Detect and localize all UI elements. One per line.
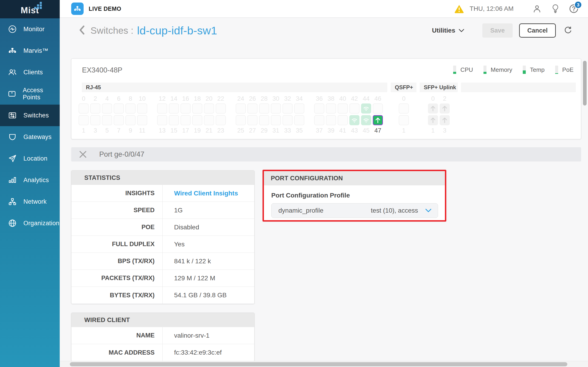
back-icon[interactable] — [78, 25, 86, 36]
utilities-menu[interactable]: Utilities — [432, 27, 464, 34]
port-ge-0/0-5[interactable] — [102, 115, 112, 125]
port-ge-0/0-22[interactable] — [216, 103, 226, 114]
port-ge-0/0-25[interactable] — [236, 115, 246, 125]
port-ge-0/0-12[interactable] — [157, 103, 167, 114]
port-ge-0/0-17[interactable] — [181, 115, 191, 125]
sidebar-item-access-points[interactable]: Access Points — [0, 83, 60, 105]
datetime: THU, 12:06 AM — [470, 5, 514, 12]
port-ge-0/0-10[interactable] — [137, 103, 147, 114]
port-ge-0/0-8[interactable] — [125, 103, 136, 114]
help-icon[interactable]: 3 — [569, 4, 579, 14]
row-label: FULL DUPLEX — [71, 236, 163, 252]
port-ge-0/0-14[interactable] — [169, 103, 179, 114]
port-ge-0/0-31[interactable] — [271, 115, 281, 125]
row-value[interactable]: Wired Client Insights — [163, 185, 254, 202]
refresh-icon[interactable] — [564, 26, 572, 35]
port-ge-0/0-28[interactable] — [259, 103, 269, 114]
breadcrumb[interactable]: Switches : — [90, 25, 133, 36]
sidebar-item-marvis[interactable]: Marvis™ — [0, 40, 60, 61]
port-ge-0/0-40[interactable] — [338, 103, 348, 114]
section-blank — [461, 83, 576, 92]
port-sfp-1[interactable] — [428, 115, 438, 125]
cancel-button[interactable]: Cancel — [519, 23, 556, 38]
port-ge-0/0-26[interactable] — [247, 103, 258, 114]
port-ge-0/0-6[interactable] — [114, 103, 124, 114]
sidebar-item-gateways[interactable]: Gateways — [0, 126, 60, 148]
warning-icon[interactable] — [454, 4, 464, 14]
monitor-icon — [7, 24, 17, 34]
port-ge-0/0-7[interactable] — [114, 115, 124, 125]
port-ge-0/0-11[interactable] — [137, 115, 147, 125]
vertical-scrollbar-thumb[interactable] — [583, 61, 587, 106]
horizontal-scrollbar-thumb[interactable] — [70, 362, 567, 366]
port-ge-0/0-47[interactable] — [373, 115, 383, 125]
sidebar-nav: Monitor Marvis™ Clients Access Points Sw… — [0, 18, 60, 234]
port-ge-0/0-27[interactable] — [247, 115, 258, 125]
sfp-uplink-port-group: 0123 — [428, 95, 450, 134]
select-chevron-down-icon — [425, 208, 432, 213]
port-ge-0/0-33[interactable] — [283, 115, 293, 125]
row-value: Yes — [163, 236, 254, 252]
port-ge-0/0-43[interactable] — [349, 115, 359, 125]
sidebar-item-organization[interactable]: Organization — [0, 212, 60, 234]
sidebar-item-location[interactable]: Location — [0, 148, 60, 169]
profile-select[interactable]: dynamic_profile test (10), access — [271, 203, 438, 218]
account-icon[interactable] — [532, 4, 542, 14]
port-number-label: 11 — [139, 127, 145, 134]
port-ge-0/0-9[interactable] — [125, 115, 136, 125]
port-ge-0/0-42[interactable] — [349, 103, 359, 114]
port-ge-0/0-36[interactable] — [314, 103, 324, 114]
close-icon[interactable] — [78, 150, 87, 159]
port-ge-0/0-41[interactable] — [338, 115, 348, 125]
port-ge-0/0-16[interactable] — [181, 103, 191, 114]
port-sfp-3[interactable] — [440, 115, 450, 125]
port-sfp-0[interactable] — [428, 103, 438, 114]
port-ge-0/0-18[interactable] — [192, 103, 202, 114]
port-ge-0/0-45[interactable] — [361, 115, 371, 125]
port-ge-0/0-35[interactable] — [294, 115, 304, 125]
port-number-label: 27 — [249, 127, 256, 134]
whats-new-bulb-icon[interactable] — [550, 4, 561, 14]
port-number-label: 19 — [194, 127, 201, 134]
port-ge-0/0-1[interactable] — [78, 115, 89, 125]
port-ge-0/0-37[interactable] — [314, 115, 324, 125]
port-sfp-2[interactable] — [440, 103, 450, 114]
sidebar-item-clients[interactable]: Clients — [0, 61, 60, 83]
sidebar-item-analytics[interactable]: Analytics — [0, 169, 60, 191]
port-ge-0/0-46[interactable] — [373, 103, 383, 114]
port-number-label: 4 — [105, 95, 109, 102]
sidebar-item-network[interactable]: Network — [0, 191, 60, 212]
port-ge-0/0-4[interactable] — [102, 103, 112, 114]
port-ge-0/0-34[interactable] — [294, 103, 304, 114]
port-ge-0/0-39[interactable] — [326, 115, 336, 125]
port-ge-0/0-13[interactable] — [157, 115, 167, 125]
port-ge-0/0-29[interactable] — [259, 115, 269, 125]
port-ge-0/0-21[interactable] — [204, 115, 214, 125]
port-ge-0/0-19[interactable] — [192, 115, 202, 125]
port-ge-0/0-38[interactable] — [326, 103, 336, 114]
port-ge-0/0-2[interactable] — [90, 103, 100, 114]
save-button[interactable]: Save — [482, 23, 513, 38]
port-ge-0/0-0[interactable] — [78, 103, 89, 114]
port-ge-0/0-44[interactable] — [361, 103, 371, 114]
port-qsfp-0[interactable] — [399, 103, 409, 114]
port-ge-0/0-24[interactable] — [236, 103, 246, 114]
port-number-label: 1 — [431, 127, 435, 134]
port-ge-0/0-23[interactable] — [216, 115, 226, 125]
port-ge-0/0-3[interactable] — [90, 115, 100, 125]
mist-logo[interactable]: Mist — [0, 0, 60, 18]
port-ge-0/0-30[interactable] — [271, 103, 281, 114]
port-ge-0/0-32[interactable] — [283, 103, 293, 114]
sidebar-item-monitor[interactable]: Monitor — [0, 18, 60, 40]
port-ge-0/0-20[interactable] — [204, 103, 214, 114]
row-value: 54.1 GB / 39.8 GB — [163, 287, 254, 304]
port-number-label: 3 — [94, 127, 97, 134]
port-ge-0/0-15[interactable] — [169, 115, 179, 125]
sidebar-item-switches[interactable]: Switches — [0, 105, 60, 126]
port-qsfp-1[interactable] — [399, 115, 409, 125]
org-chip[interactable]: LIVE DEMO — [71, 2, 121, 15]
port-number-label: 5 — [105, 127, 109, 134]
port-number-label: 34 — [296, 95, 303, 102]
profile-label: Port Configuration Profile — [271, 192, 445, 199]
sidebar-item-label: Monitor — [23, 26, 44, 33]
